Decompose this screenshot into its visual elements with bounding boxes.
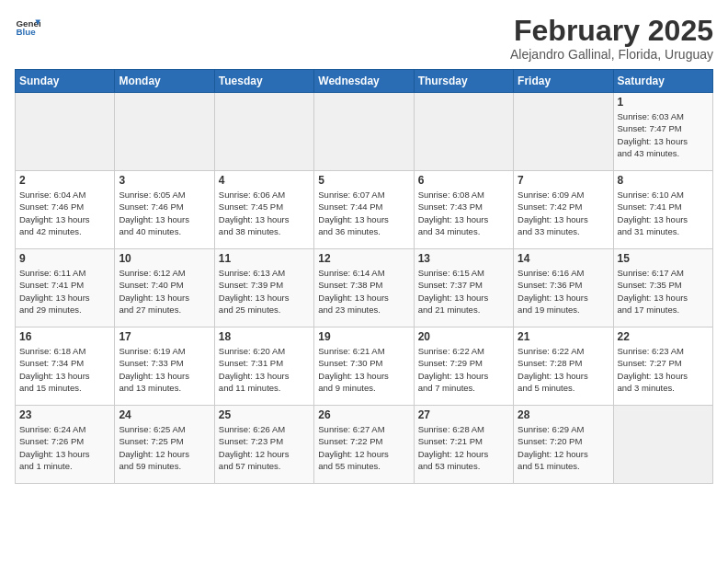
calendar-cell: 24Sunrise: 6:25 AM Sunset: 7:25 PM Dayli… [115, 406, 214, 484]
day-number: 28 [518, 408, 609, 421]
calendar-cell [514, 93, 613, 171]
day-header-thursday: Thursday [414, 70, 513, 93]
day-number: 17 [119, 330, 210, 343]
calendar-cell: 16Sunrise: 6:18 AM Sunset: 7:34 PM Dayli… [16, 327, 115, 406]
day-header-tuesday: Tuesday [214, 70, 313, 93]
day-info: Sunrise: 6:20 AM Sunset: 7:31 PM Dayligh… [219, 345, 310, 394]
day-number: 8 [618, 174, 709, 187]
day-number: 18 [219, 330, 310, 343]
day-number: 5 [318, 174, 409, 187]
day-info: Sunrise: 6:23 AM Sunset: 7:27 PM Dayligh… [618, 345, 709, 394]
day-number: 4 [219, 174, 310, 187]
calendar-week-2: 9Sunrise: 6:11 AM Sunset: 7:41 PM Daylig… [16, 249, 713, 327]
calendar-cell: 23Sunrise: 6:24 AM Sunset: 7:26 PM Dayli… [16, 406, 115, 484]
day-number: 1 [618, 96, 709, 109]
calendar-cell [16, 93, 115, 171]
calendar-cell: 11Sunrise: 6:13 AM Sunset: 7:39 PM Dayli… [214, 249, 313, 327]
calendar-cell [613, 406, 712, 484]
calendar-cell: 26Sunrise: 6:27 AM Sunset: 7:22 PM Dayli… [314, 406, 414, 484]
day-info: Sunrise: 6:07 AM Sunset: 7:44 PM Dayligh… [318, 189, 409, 237]
day-number: 22 [618, 330, 709, 343]
day-number: 23 [19, 408, 110, 421]
calendar-cell: 3Sunrise: 6:05 AM Sunset: 7:46 PM Daylig… [115, 171, 214, 249]
calendar-table: SundayMondayTuesdayWednesdayThursdayFrid… [15, 69, 713, 484]
calendar-cell: 1Sunrise: 6:03 AM Sunset: 7:47 PM Daylig… [613, 93, 712, 171]
day-info: Sunrise: 6:27 AM Sunset: 7:22 PM Dayligh… [318, 423, 409, 472]
day-number: 9 [19, 252, 110, 265]
day-number: 27 [418, 408, 509, 421]
day-info: Sunrise: 6:14 AM Sunset: 7:38 PM Dayligh… [318, 267, 409, 316]
day-info: Sunrise: 6:22 AM Sunset: 7:29 PM Dayligh… [418, 345, 509, 394]
calendar-cell: 25Sunrise: 6:26 AM Sunset: 7:23 PM Dayli… [214, 406, 313, 484]
day-number: 2 [19, 174, 110, 187]
day-number: 24 [119, 408, 210, 421]
day-number: 10 [119, 252, 210, 265]
calendar-cell: 21Sunrise: 6:22 AM Sunset: 7:28 PM Dayli… [514, 327, 613, 406]
page-header: General Blue February 2025 Alejandro Gal… [15, 15, 713, 62]
calendar-cell: 13Sunrise: 6:15 AM Sunset: 7:37 PM Dayli… [414, 249, 513, 327]
day-number: 25 [219, 408, 310, 421]
day-number: 16 [19, 330, 110, 343]
day-header-monday: Monday [115, 70, 214, 93]
day-info: Sunrise: 6:15 AM Sunset: 7:37 PM Dayligh… [418, 267, 509, 316]
day-number: 14 [518, 252, 609, 265]
day-info: Sunrise: 6:11 AM Sunset: 7:41 PM Dayligh… [19, 267, 110, 316]
calendar-header-row: SundayMondayTuesdayWednesdayThursdayFrid… [16, 70, 713, 93]
calendar-cell: 12Sunrise: 6:14 AM Sunset: 7:38 PM Dayli… [314, 249, 414, 327]
day-header-sunday: Sunday [16, 70, 115, 93]
day-number: 21 [518, 330, 609, 343]
day-info: Sunrise: 6:24 AM Sunset: 7:26 PM Dayligh… [19, 423, 110, 472]
calendar-cell: 20Sunrise: 6:22 AM Sunset: 7:29 PM Dayli… [414, 327, 513, 406]
calendar-cell [115, 93, 214, 171]
day-number: 6 [418, 174, 509, 187]
day-number: 11 [219, 252, 310, 265]
day-info: Sunrise: 6:29 AM Sunset: 7:20 PM Dayligh… [518, 423, 609, 472]
calendar-cell [414, 93, 513, 171]
day-info: Sunrise: 6:21 AM Sunset: 7:30 PM Dayligh… [318, 345, 409, 394]
calendar-cell: 9Sunrise: 6:11 AM Sunset: 7:41 PM Daylig… [16, 249, 115, 327]
day-number: 3 [119, 174, 210, 187]
calendar-week-3: 16Sunrise: 6:18 AM Sunset: 7:34 PM Dayli… [16, 327, 713, 406]
day-info: Sunrise: 6:05 AM Sunset: 7:46 PM Dayligh… [119, 189, 210, 237]
calendar-cell: 19Sunrise: 6:21 AM Sunset: 7:30 PM Dayli… [314, 327, 414, 406]
day-info: Sunrise: 6:25 AM Sunset: 7:25 PM Dayligh… [119, 423, 210, 472]
day-number: 7 [518, 174, 609, 187]
day-info: Sunrise: 6:04 AM Sunset: 7:46 PM Dayligh… [19, 189, 110, 237]
day-info: Sunrise: 6:26 AM Sunset: 7:23 PM Dayligh… [219, 423, 310, 472]
day-info: Sunrise: 6:16 AM Sunset: 7:36 PM Dayligh… [518, 267, 609, 316]
logo-icon: General Blue [15, 15, 40, 40]
calendar-cell: 2Sunrise: 6:04 AM Sunset: 7:46 PM Daylig… [16, 171, 115, 249]
day-info: Sunrise: 6:06 AM Sunset: 7:45 PM Dayligh… [219, 189, 310, 237]
day-number: 26 [318, 408, 409, 421]
day-number: 15 [618, 252, 709, 265]
calendar-cell: 8Sunrise: 6:10 AM Sunset: 7:41 PM Daylig… [613, 171, 712, 249]
svg-text:Blue: Blue [16, 27, 36, 37]
logo: General Blue [15, 15, 40, 40]
day-number: 12 [318, 252, 409, 265]
day-info: Sunrise: 6:28 AM Sunset: 7:21 PM Dayligh… [418, 423, 509, 472]
day-number: 13 [418, 252, 509, 265]
day-info: Sunrise: 6:18 AM Sunset: 7:34 PM Dayligh… [19, 345, 110, 394]
calendar-cell: 27Sunrise: 6:28 AM Sunset: 7:21 PM Dayli… [414, 406, 513, 484]
calendar-cell: 14Sunrise: 6:16 AM Sunset: 7:36 PM Dayli… [514, 249, 613, 327]
day-info: Sunrise: 6:03 AM Sunset: 7:47 PM Dayligh… [618, 110, 709, 159]
day-info: Sunrise: 6:19 AM Sunset: 7:33 PM Dayligh… [119, 345, 210, 394]
day-header-saturday: Saturday [613, 70, 712, 93]
day-info: Sunrise: 6:09 AM Sunset: 7:42 PM Dayligh… [518, 189, 609, 237]
day-info: Sunrise: 6:12 AM Sunset: 7:40 PM Dayligh… [119, 267, 210, 316]
calendar-week-1: 2Sunrise: 6:04 AM Sunset: 7:46 PM Daylig… [16, 171, 713, 249]
calendar-week-4: 23Sunrise: 6:24 AM Sunset: 7:26 PM Dayli… [16, 406, 713, 484]
calendar-subtitle: Alejandro Gallinal, Florida, Uruguay [510, 47, 713, 62]
calendar-cell: 17Sunrise: 6:19 AM Sunset: 7:33 PM Dayli… [115, 327, 214, 406]
calendar-cell: 5Sunrise: 6:07 AM Sunset: 7:44 PM Daylig… [314, 171, 414, 249]
day-number: 20 [418, 330, 509, 343]
day-header-friday: Friday [514, 70, 613, 93]
calendar-cell [314, 93, 414, 171]
day-header-wednesday: Wednesday [314, 70, 414, 93]
day-number: 19 [318, 330, 409, 343]
day-info: Sunrise: 6:13 AM Sunset: 7:39 PM Dayligh… [219, 267, 310, 316]
calendar-cell: 18Sunrise: 6:20 AM Sunset: 7:31 PM Dayli… [214, 327, 313, 406]
day-info: Sunrise: 6:17 AM Sunset: 7:35 PM Dayligh… [618, 267, 709, 316]
calendar-cell: 7Sunrise: 6:09 AM Sunset: 7:42 PM Daylig… [514, 171, 613, 249]
day-info: Sunrise: 6:08 AM Sunset: 7:43 PM Dayligh… [418, 189, 509, 237]
